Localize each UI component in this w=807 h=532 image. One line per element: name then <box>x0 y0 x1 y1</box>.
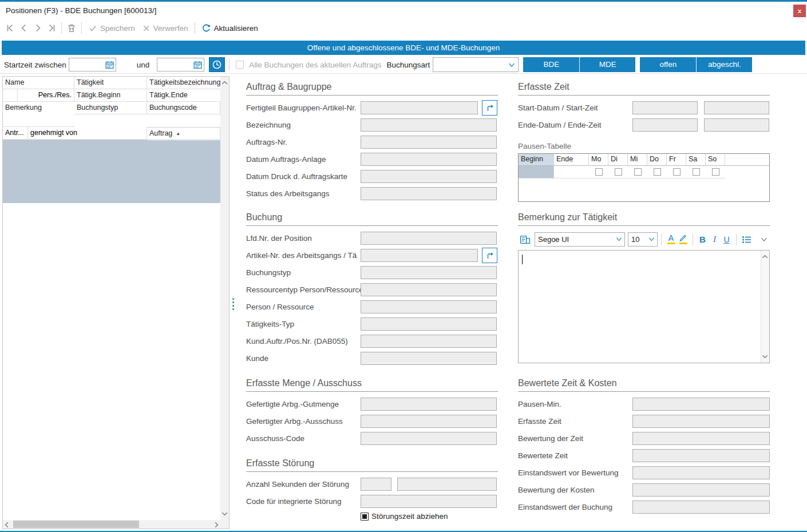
startzeit-from-input[interactable] <box>69 58 116 72</box>
pausen-column-header[interactable]: Mo <box>589 154 608 166</box>
pausen-column-header[interactable]: Mi <box>628 154 647 166</box>
column-header[interactable]: Antr... <box>3 127 28 139</box>
pausen-beginn-cell-selected[interactable] <box>519 166 554 178</box>
einstandswert-buchung-field[interactable] <box>632 501 770 514</box>
column-header[interactable]: Buchungstyp <box>74 102 147 114</box>
pausen-column-header[interactable]: Sa <box>686 154 706 166</box>
pausen-column-header[interactable]: Ende <box>554 154 589 166</box>
font-family-select[interactable]: Segoe UI <box>535 232 625 247</box>
scroll-down-icon[interactable] <box>761 351 769 362</box>
jump-to-record-button[interactable] <box>482 100 497 116</box>
datum-auftrags-anlage-field[interactable] <box>361 153 497 166</box>
horizontal-scrollbar[interactable] <box>3 520 220 529</box>
bezeichnung-field[interactable] <box>361 118 497 132</box>
lfd-nr-position-field[interactable] <box>361 232 497 245</box>
ausschuss-code-field[interactable] <box>361 432 497 445</box>
refresh-button[interactable]: Aktualisieren <box>198 23 262 33</box>
column-header[interactable]: genehmigt von <box>28 127 147 139</box>
column-header[interactable]: Tätigk.Beginn <box>74 89 147 102</box>
font-size-select[interactable]: 10 <box>628 232 658 247</box>
pausen-sa-checkbox-cell[interactable] <box>686 166 706 178</box>
textarea-scrollbar[interactable] <box>761 251 769 363</box>
ende-datum-field[interactable] <box>632 118 698 132</box>
pausen-column-header[interactable]: Beginn <box>519 154 554 166</box>
do-checkbox[interactable] <box>654 168 661 176</box>
stoerung-code-field[interactable] <box>361 495 497 508</box>
pausen-column-header[interactable]: Di <box>608 154 628 166</box>
pausen-mo-checkbox-cell[interactable] <box>589 166 608 178</box>
start-zeit-field[interactable] <box>704 101 769 114</box>
start-datum-field[interactable] <box>632 101 698 114</box>
column-header[interactable]: Name <box>3 77 74 89</box>
italic-button[interactable]: I <box>709 233 721 247</box>
scroll-up-icon[interactable] <box>221 78 228 88</box>
first-record-icon[interactable] <box>3 21 17 35</box>
font-color-button[interactable]: A <box>665 233 677 247</box>
bewertung-kosten-field[interactable] <box>632 483 770 497</box>
pausen-so-checkbox-cell[interactable] <box>706 166 725 178</box>
di-checkbox[interactable] <box>615 168 622 176</box>
artikel-nr-arbeitsgang-field[interactable] <box>361 249 478 262</box>
sa-checkbox[interactable] <box>693 168 700 176</box>
fertigteil-baugruppen-artikel-nr-field[interactable] <box>361 101 478 114</box>
mde-button[interactable]: MDE <box>579 57 635 72</box>
column-header[interactable]: Tätigk.Ende <box>147 89 220 102</box>
prev-record-icon[interactable] <box>17 21 31 35</box>
kundauftr-posnr-field[interactable] <box>361 335 497 348</box>
auftrags-nr-field[interactable] <box>361 136 497 149</box>
underline-button[interactable]: U <box>721 233 733 247</box>
ressourcentyp-field[interactable] <box>361 283 497 296</box>
pausen-column-header[interactable]: Do <box>647 154 667 166</box>
erfasste-zeit-field[interactable] <box>632 415 770 428</box>
time-filter-button[interactable] <box>209 57 225 72</box>
column-header[interactable]: Tätigkeitsbezeichnung <box>147 77 220 89</box>
jump-to-record-button[interactable] <box>482 248 497 263</box>
offen-button[interactable]: offen <box>640 57 696 72</box>
highlight-pen-button[interactable] <box>677 233 689 247</box>
stoerungszeit-checkbox[interactable] <box>361 513 369 521</box>
column-header[interactable]: Bemerkung <box>3 102 74 127</box>
column-header[interactable]: Pers./Res. <box>17 89 74 101</box>
person-ressource-field[interactable] <box>361 300 497 313</box>
pausen-column-header[interactable]: So <box>706 154 725 166</box>
mi-checkbox[interactable] <box>634 168 642 176</box>
bold-button[interactable]: B <box>697 233 709 247</box>
so-checkbox[interactable] <box>712 168 719 176</box>
scroll-down-icon[interactable] <box>221 509 228 519</box>
pausen-column-header[interactable]: Fr <box>667 154 686 166</box>
scrollbar-thumb[interactable] <box>13 521 139 528</box>
scroll-left-icon[interactable] <box>4 521 10 531</box>
status-arbeitsgang-field[interactable] <box>361 187 497 200</box>
bde-button[interactable]: BDE <box>523 57 579 72</box>
column-header[interactable]: Tätigkeit <box>74 77 147 89</box>
datum-druck-auftragskarte-field[interactable] <box>361 170 497 183</box>
pausen-ende-cell[interactable] <box>554 166 589 178</box>
abgeschl-button[interactable]: abgeschl. <box>696 57 752 72</box>
startzeit-to-input[interactable] <box>157 58 204 72</box>
taetigkeits-typ-field[interactable] <box>361 317 497 331</box>
column-header[interactable]: Buchungscode <box>147 102 220 114</box>
bewertete-zeit-field[interactable] <box>632 449 770 462</box>
mo-checkbox[interactable] <box>595 168 603 176</box>
pausen-do-checkbox-cell[interactable] <box>647 166 667 178</box>
grid-selection-area[interactable] <box>3 140 220 203</box>
save-button[interactable]: Speichern <box>85 23 139 33</box>
gutmenge-field[interactable] <box>361 398 497 411</box>
buchungsart-select[interactable] <box>433 57 519 72</box>
einstandswert-vor-bewertung-field[interactable] <box>632 466 770 479</box>
stoerung-dauer-field[interactable] <box>397 478 497 491</box>
pausen-di-checkbox-cell[interactable] <box>608 166 628 178</box>
last-record-icon[interactable] <box>45 21 58 35</box>
toolbar-more-button[interactable] <box>758 233 770 247</box>
pausen-fr-checkbox-cell[interactable] <box>667 166 686 178</box>
ausschuss-field[interactable] <box>361 415 497 428</box>
alle-buchungen-checkbox[interactable] <box>236 61 244 69</box>
bemerkung-textarea[interactable] <box>518 250 770 363</box>
kunde-field[interactable] <box>361 352 497 365</box>
pausen-min-field[interactable] <box>632 398 770 411</box>
column-header-sorted[interactable]: Auftrag▲ <box>147 127 220 140</box>
spellcheck-book-icon[interactable] <box>518 233 532 247</box>
buchungstyp-field[interactable] <box>361 266 497 279</box>
delete-icon[interactable] <box>65 21 78 35</box>
fr-checkbox[interactable] <box>673 168 681 176</box>
